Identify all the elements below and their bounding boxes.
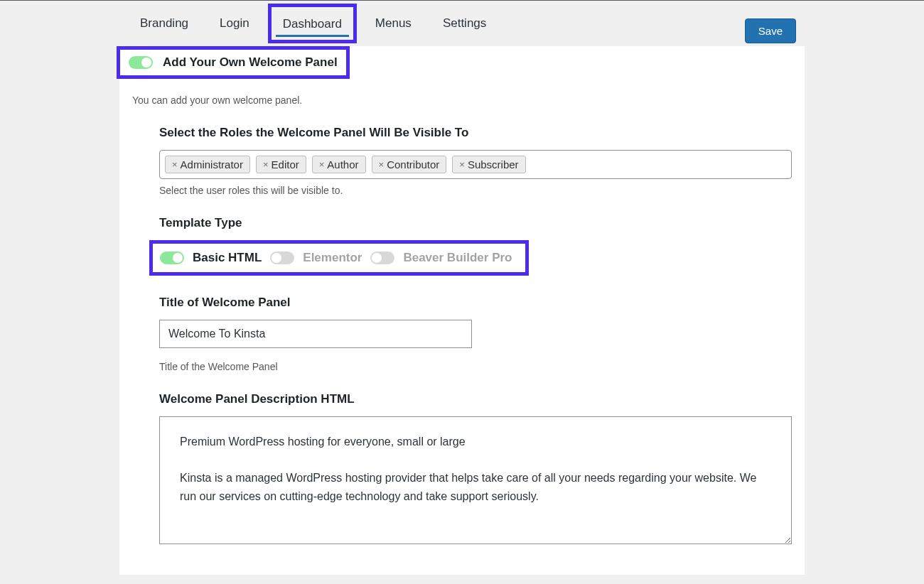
chip-label: Subscriber — [468, 158, 519, 171]
role-chip-administrator[interactable]: ×Administrator — [165, 156, 250, 173]
save-button[interactable]: Save — [745, 18, 796, 43]
welcome-desc-label: Welcome Panel Description HTML — [159, 392, 792, 406]
tab-dashboard[interactable]: Dashboard — [268, 4, 357, 43]
role-chip-subscriber[interactable]: ×Subscriber — [452, 156, 525, 173]
remove-icon[interactable]: × — [263, 159, 269, 170]
remove-icon[interactable]: × — [379, 159, 385, 170]
tab-login[interactable]: Login — [204, 6, 265, 40]
remove-icon[interactable]: × — [459, 159, 465, 170]
roles-select[interactable]: ×Administrator ×Editor ×Author ×Contribu… — [159, 150, 792, 179]
welcome-desc-textarea[interactable] — [159, 416, 792, 544]
chip-label: Editor — [272, 158, 299, 171]
remove-icon[interactable]: × — [319, 159, 325, 170]
template-type-title: Template Type — [159, 216, 792, 230]
beaver-toggle[interactable] — [370, 252, 394, 264]
template-type-row: Basic HTML Elementor Beaver Builder Pro — [149, 240, 529, 276]
elementor-toggle[interactable] — [270, 252, 294, 264]
chip-label: Author — [327, 158, 358, 171]
tab-list: Branding Login Dashboard Menus Settings — [14, 1, 502, 46]
header-bar: Branding Login Dashboard Menus Settings … — [0, 0, 924, 46]
welcome-panel-description: You can add your own welcome panel. — [119, 79, 805, 119]
role-chip-author[interactable]: ×Author — [312, 156, 366, 173]
roles-hint: Select the user roles this will be visib… — [159, 185, 792, 196]
tab-branding[interactable]: Branding — [124, 6, 204, 40]
welcome-panel-header: Add Your Own Welcome Panel — [117, 46, 350, 79]
role-chip-editor[interactable]: ×Editor — [256, 156, 306, 173]
welcome-title-hint: Title of the Welcome Panel — [159, 361, 792, 372]
welcome-panel-toggle-label: Add Your Own Welcome Panel — [163, 55, 338, 70]
welcome-title-input[interactable] — [159, 320, 472, 348]
role-chip-contributor[interactable]: ×Contributor — [372, 156, 447, 173]
chip-label: Administrator — [181, 158, 243, 171]
welcome-title-label: Title of Welcome Panel — [159, 296, 792, 310]
chip-label: Contributor — [387, 158, 439, 171]
basic-html-toggle[interactable] — [160, 252, 184, 264]
basic-html-label: Basic HTML — [193, 251, 262, 265]
settings-panel: Add Your Own Welcome Panel You can add y… — [119, 46, 805, 575]
tab-menus[interactable]: Menus — [360, 6, 427, 40]
remove-icon[interactable]: × — [172, 159, 178, 170]
beaver-label: Beaver Builder Pro — [403, 251, 512, 265]
tab-settings[interactable]: Settings — [427, 6, 502, 40]
roles-title: Select the Roles the Welcome Panel Will … — [159, 126, 792, 140]
elementor-label: Elementor — [303, 251, 362, 265]
welcome-panel-toggle[interactable] — [129, 56, 153, 69]
